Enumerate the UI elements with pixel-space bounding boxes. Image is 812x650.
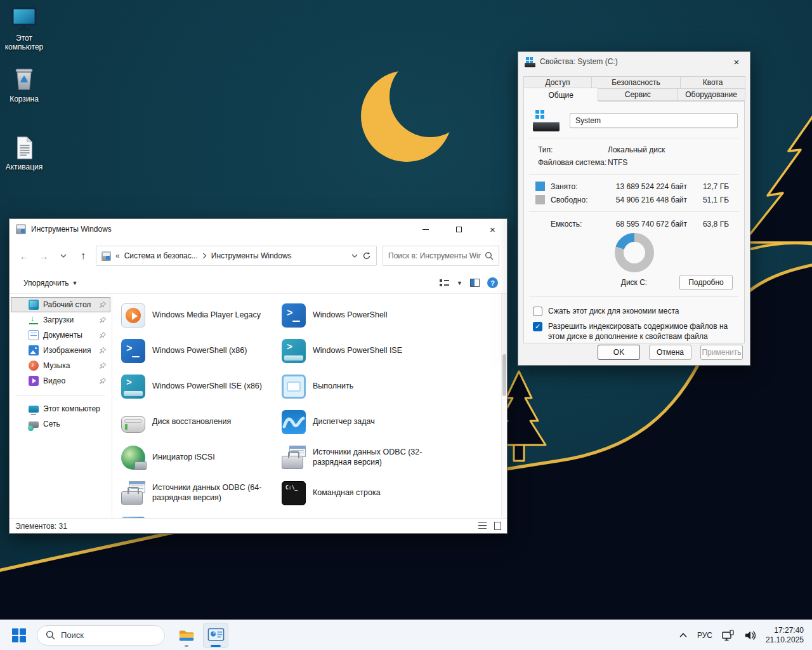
breadcrumb-parent[interactable]: Система и безопас... [124, 251, 198, 260]
apply-button[interactable]: Применить [700, 345, 743, 360]
tab-general[interactable]: Общие [523, 88, 598, 102]
odbc-icon [282, 446, 306, 470]
tray-chevron-up-icon[interactable] [679, 632, 688, 638]
refresh-icon[interactable] [362, 251, 371, 260]
tab-quota[interactable]: Квота [680, 76, 745, 89]
forward-button[interactable]: → [37, 249, 51, 263]
index-checkbox-row[interactable]: Разрешить индексировать содержимое файло… [524, 317, 744, 343]
explorer-titlebar[interactable]: Инструменты Windows × [10, 219, 507, 239]
general-tab-page: Тип: Локальный диск Файловая система: NT… [523, 101, 745, 343]
breadcrumb-current[interactable]: Инструменты Windows [211, 251, 292, 260]
desktop-icon-recycle-bin[interactable]: Корзина [1, 65, 48, 104]
address-bar[interactable]: « Система и безопас... Инструменты Windo… [96, 246, 377, 266]
tools-item[interactable] [121, 511, 282, 518]
maximize-button[interactable] [445, 219, 473, 239]
tools-item[interactable]: Windows Media Player Legacy [121, 298, 282, 333]
sidebar-item-network[interactable]: Сеть [11, 416, 110, 432]
recent-locations-button[interactable] [56, 249, 70, 263]
tools-item[interactable]: Источники данных ODBC (32-разрядная верс… [282, 440, 442, 475]
taskbar-clock[interactable]: 17:27:40 21.10.2025 [766, 626, 804, 645]
view-caret-icon[interactable]: ▼ [457, 280, 462, 286]
tools-item-label: Windows PowerShell ISE (x86) [152, 381, 277, 392]
help-icon[interactable]: ? [487, 277, 498, 288]
ok-button[interactable]: OK [598, 345, 640, 360]
cancel-button-label: Отмена [657, 348, 684, 357]
sidebar-divider [16, 395, 105, 395]
scrollbar-thumb[interactable] [502, 354, 506, 396]
taskbar-apps [174, 623, 228, 648]
item-count: Элементов: 31 [15, 522, 478, 531]
tab-hardware[interactable]: Оборудование [677, 88, 745, 101]
desktop-icon-this-pc[interactable]: Этот компьютер [1, 4, 48, 52]
tools-item[interactable]: Инициатор iSCSI [121, 440, 282, 475]
up-button[interactable]: ↑ [76, 249, 90, 263]
capacity-row: Емкость: 68 595 740 672 байт 63,8 ГБ [524, 217, 744, 230]
details-view-icon[interactable] [478, 522, 487, 529]
volume-icon[interactable] [744, 630, 756, 640]
sidebar-item-label: Видео [43, 376, 95, 385]
index-checkbox[interactable] [533, 322, 542, 331]
volume-label-field[interactable] [570, 113, 738, 128]
desktop-icon-label: Корзина [10, 95, 39, 104]
sidebar-item-this-pc[interactable]: Этот компьютер [11, 401, 110, 416]
dialog-titlebar[interactable]: Свойства: System (C:) × [518, 52, 750, 71]
pin-icon [99, 331, 107, 339]
used-space-row: Занято: 13 689 524 224 байт 12,7 ГБ [524, 180, 744, 193]
tools-item[interactable]: Windows PowerShell ISE [282, 333, 442, 369]
scrollbar[interactable] [501, 294, 507, 518]
close-icon: × [734, 56, 740, 67]
view-options-icon[interactable] [440, 279, 449, 288]
tab-label: Оборудование [685, 90, 737, 99]
sidebar-item-documents[interactable]: Документы [11, 328, 110, 343]
tools-item[interactable]: Windows PowerShell [282, 298, 442, 333]
compress-checkbox-row[interactable]: Сжать этот диск для экономии места [524, 302, 744, 317]
tools-item[interactable]: Windows PowerShell (x86) [121, 333, 282, 369]
tools-item[interactable]: Windows PowerShell ISE (x86) [121, 369, 282, 404]
tools-item[interactable]: Выполнить [282, 369, 442, 404]
tools-item[interactable]: Командная строка [282, 475, 442, 511]
search-box[interactable]: Поиск в: Инструменты Win... [383, 246, 499, 266]
sidebar-item-downloads[interactable]: Загрузки [11, 312, 110, 328]
back-button[interactable]: ← [17, 249, 31, 263]
tab-access[interactable]: Доступ [523, 76, 592, 89]
tools-item[interactable]: Источники данных ODBC (64-разрядная верс… [121, 475, 282, 511]
tab-tools[interactable]: Сервис [598, 88, 678, 101]
organize-button[interactable]: Упорядочить ▼ [23, 279, 77, 288]
start-button[interactable] [6, 623, 32, 648]
compress-checkbox[interactable] [533, 307, 542, 316]
tools-item[interactable]: Диск восстановления [121, 404, 282, 440]
tools-item-label: Windows PowerShell [313, 310, 437, 321]
thumbnail-view-icon[interactable] [494, 522, 501, 530]
clock-time: 17:27:40 [766, 626, 804, 635]
dialog-close-button[interactable]: × [723, 52, 750, 71]
minimize-button[interactable] [411, 219, 440, 239]
breadcrumb-overflow[interactable]: « [115, 251, 120, 260]
taskbar-search[interactable]: Поиск [37, 625, 165, 646]
cancel-button[interactable]: Отмена [649, 345, 691, 360]
tools-item[interactable]: Локальная политика [282, 511, 442, 518]
close-button[interactable]: × [478, 219, 507, 239]
tab-security[interactable]: Безопасность [591, 76, 681, 89]
tools-item-label: Windows PowerShell (x86) [152, 346, 277, 356]
network-tray-icon[interactable] [722, 630, 735, 641]
this-pc-icon [10, 4, 38, 32]
preview-pane-icon[interactable] [470, 279, 480, 287]
dialog-footer: OK Отмена Применить [518, 340, 750, 365]
sidebar-item-label: Документы [43, 331, 95, 340]
language-indicator[interactable]: РУС [697, 631, 712, 640]
type-label: Тип: [538, 145, 608, 154]
details-button[interactable]: Подробно [679, 275, 733, 290]
tools-item[interactable]: Диспетчер задач [282, 404, 442, 440]
sidebar-item-videos[interactable]: Видео [11, 373, 110, 388]
explorer-navbar: ← → ↑ « Система и безопас... Инструменты… [10, 239, 507, 272]
sidebar-item-pictures[interactable]: Изображения [11, 343, 110, 358]
sidebar-item-music[interactable]: Музыка [11, 358, 110, 373]
desktop-icon-activation[interactable]: Активация [1, 135, 48, 172]
file-explorer-taskbar-button[interactable] [174, 623, 199, 648]
task-manager-icon [282, 410, 306, 434]
sidebar-item-desktop[interactable]: Рабочий стол [11, 297, 110, 312]
address-dropdown-icon[interactable] [351, 254, 358, 258]
pictures-icon [29, 345, 39, 355]
active-app-taskbar-button[interactable] [203, 623, 228, 648]
folder-icon [178, 627, 195, 644]
